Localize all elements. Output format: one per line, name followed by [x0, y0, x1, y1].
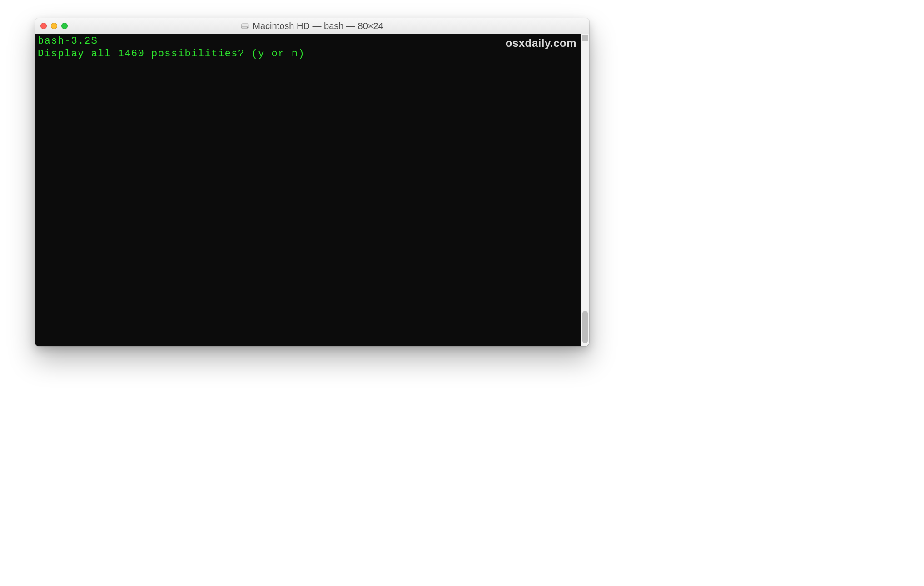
zoom-button[interactable]: [61, 23, 68, 29]
svg-point-2: [247, 27, 248, 28]
watermark-text: osxdaily.com: [506, 37, 576, 50]
window-title: Macintosh HD — bash — 80×24: [253, 21, 383, 31]
drive-icon: [241, 22, 249, 30]
vertical-scrollbar[interactable]: [581, 34, 589, 346]
scrollbar-thumb[interactable]: [582, 311, 588, 343]
terminal-window: Macintosh HD — bash — 80×24 bash-3.2$ Di…: [35, 18, 589, 346]
titlebar[interactable]: Macintosh HD — bash — 80×24: [35, 18, 589, 34]
scrollbar-top-knob[interactable]: [582, 35, 588, 41]
terminal-prompt: bash-3.2$: [38, 35, 98, 47]
minimize-button[interactable]: [51, 23, 57, 29]
terminal-output[interactable]: bash-3.2$ Display all 1460 possibilities…: [35, 34, 589, 346]
terminal-message: Display all 1460 possibilities? (y or n): [38, 48, 305, 60]
window-title-group: Macintosh HD — bash — 80×24: [241, 21, 383, 31]
traffic-lights: [40, 23, 68, 29]
terminal-lines: bash-3.2$ Display all 1460 possibilities…: [38, 35, 578, 60]
close-button[interactable]: [40, 23, 47, 29]
